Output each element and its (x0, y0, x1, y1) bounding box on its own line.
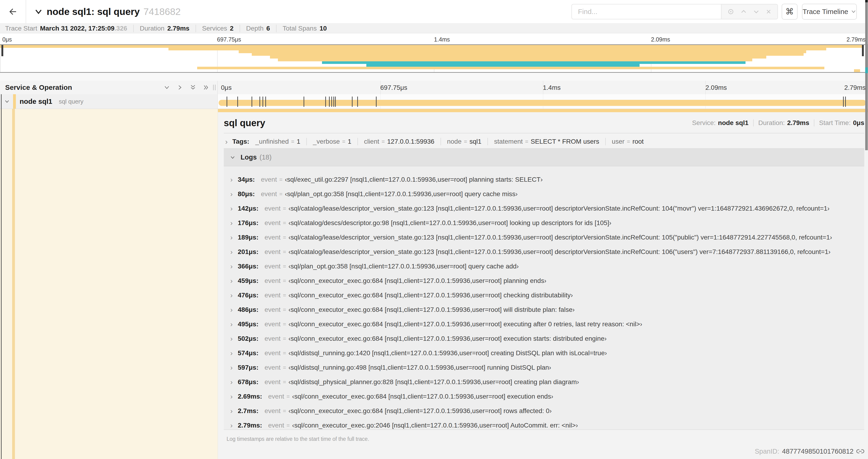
log-entry-row[interactable]: ›459μs:event=‹sql/conn_executor_exec.go:… (224, 273, 864, 288)
trace-meta-bar: Trace StartMarch 31 2022, 17:25:09.326Du… (0, 23, 868, 33)
minimap-axis-tick: 2.09ms (651, 36, 670, 43)
collapse-one-icon[interactable] (163, 84, 170, 91)
find-search-box[interactable] (571, 4, 721, 19)
command-icon: ⌘ (785, 7, 794, 17)
trace-meta-value: 6 (267, 25, 270, 32)
detail-meta-label: Service: (692, 119, 716, 127)
minimap-right-handle[interactable] (862, 45, 864, 56)
log-field-key: event (265, 321, 281, 328)
find-input[interactable] (572, 8, 721, 15)
span-color-accent (13, 94, 16, 109)
span-detail-area: sql query Service:node sql1Duration:2.79… (0, 109, 868, 459)
tag-equals: = (627, 138, 630, 145)
timeline-axis-tick: 697.75μs (380, 84, 407, 91)
trace-view-selector[interactable]: Trace Timeline (802, 4, 857, 20)
minimap-span-bar (366, 64, 640, 67)
timeline-axis-tick: 1.4ms (543, 84, 561, 91)
log-entry-row[interactable]: ›80μs:event=‹sql/plan_opt.go:358 [nsql1,… (224, 187, 864, 201)
log-entry-row[interactable]: ›176μs:event=‹sql/catalog/descs/descript… (224, 216, 864, 230)
log-timestamp: 486μs: (238, 306, 258, 314)
tag-item: client=127.0.0.1:59936 (364, 138, 434, 145)
log-timestamp: 189μs: (238, 234, 258, 241)
tag-equals: = (525, 138, 528, 145)
span-detail-header: sql query Service:node sql1Duration:2.79… (224, 114, 864, 131)
span-bar-cell[interactable] (218, 94, 868, 109)
log-entry-row[interactable]: ›189μs:event=‹sql/catalog/lease/descript… (224, 230, 864, 245)
trace-collapse-chevron-icon[interactable] (34, 9, 42, 15)
log-field-value: ‹sql/conn_executor_exec.go:684 [nsql1,cl… (288, 335, 607, 342)
trace-id: 7418682 (144, 6, 181, 17)
log-entry-row[interactable]: ›2.79ms:event=‹sql/conn_executor_exec.go… (224, 418, 864, 433)
log-marker-tick (335, 97, 336, 107)
log-entry-row[interactable]: ›502μs:event=‹sql/conn_executor_exec.go:… (224, 331, 864, 346)
span-duration-bar[interactable] (219, 100, 866, 106)
detail-meta-value: 0μs (853, 119, 864, 127)
log-entry-row[interactable]: ›366μs:event=‹sql/plan_opt.go:358 [nsql1… (224, 259, 864, 273)
span-id-label: SpanID: (755, 448, 779, 455)
log-entry-row[interactable]: ›574μs:event=‹sql/distsql_running.go:142… (224, 346, 864, 360)
back-button[interactable] (0, 0, 26, 23)
minimap-span-bar (252, 53, 804, 56)
trace-meta-label: Depth (246, 25, 264, 32)
span-row[interactable]: node sql1 sql query (0, 94, 868, 109)
chevron-right-icon: › (225, 137, 228, 146)
log-field-key: event (265, 248, 281, 256)
scrollbar-thumb[interactable] (865, 73, 868, 150)
log-marker-tick (329, 97, 330, 107)
span-collapse-chevron-icon[interactable] (4, 99, 10, 104)
log-equals: = (283, 263, 286, 270)
log-entry-row[interactable]: ›2.7ms:event=‹sql/conn_executor_exec.go:… (224, 404, 864, 418)
log-equals: = (286, 422, 290, 429)
tags-row[interactable]: › Tags: _unfinished=1_verbose=1client=12… (224, 135, 864, 149)
tag-value: sql1 (469, 138, 482, 145)
trace-meta-value: 10 (319, 25, 327, 32)
log-field-key: event (265, 292, 281, 299)
find-controls (721, 4, 778, 19)
minimap-left-handle[interactable] (1, 45, 3, 56)
tag-value: 127.0.0.1:59936 (387, 138, 434, 145)
span-name-cell[interactable]: node sql1 sql query (0, 94, 218, 109)
tag-equals: = (381, 138, 385, 145)
log-entry-row[interactable]: ›34μs:event=‹sql/exec_util.go:2297 [nsql… (224, 172, 864, 187)
log-equals: = (286, 393, 290, 400)
log-entry-row[interactable]: ›476μs:event=‹sql/conn_executor_exec.go:… (224, 288, 864, 302)
detail-meta-value: 2.79ms (787, 119, 809, 127)
tag-item: _verbose=1 (313, 138, 351, 145)
log-entry-row[interactable]: ›495μs:event=‹sql/conn_executor_exec.go:… (224, 317, 864, 331)
tag-separator (358, 138, 358, 145)
log-timestamp: 366μs: (238, 263, 258, 270)
log-entry-row[interactable]: ›201μs:event=‹sql/catalog/lease/descript… (224, 245, 864, 259)
scrollbar-thumb[interactable] (865, 2, 868, 67)
find-clear-icon[interactable] (765, 8, 772, 15)
chevron-right-icon: › (230, 378, 232, 386)
log-field-value: ‹sql/distsql_physical_planner.go:828 [ns… (288, 378, 579, 386)
trace-minimap[interactable] (0, 44, 868, 73)
log-field-key: event (265, 277, 281, 285)
log-field-key: event (265, 335, 281, 342)
logs-section-header[interactable]: Logs (18) (224, 148, 864, 166)
arrow-left-icon (8, 7, 18, 17)
column-resize-grip[interactable] (213, 85, 216, 90)
expand-all-icon[interactable] (203, 84, 209, 91)
span-detail-left-gutter (0, 109, 218, 459)
log-entry-row[interactable]: ›597μs:event=‹sql/distsql_running.go:498… (224, 360, 864, 375)
tag-value: 1 (297, 138, 301, 145)
top-bar: node sql1: sql query 7418682 ⌘ Trace Tim… (0, 0, 868, 23)
log-entry-row[interactable]: ›678μs:event=‹sql/distsql_physical_plann… (224, 375, 864, 389)
log-entry-row[interactable]: ›486μs:event=‹sql/conn_executor_exec.go:… (224, 302, 864, 317)
find-prev-icon[interactable] (740, 8, 747, 15)
keyboard-shortcuts-button[interactable]: ⌘ (782, 4, 798, 20)
locate-icon[interactable] (727, 8, 735, 15)
find-next-icon[interactable] (753, 8, 760, 15)
timeline-axis: 0μs697.75μs1.4ms2.09ms2.79ms (218, 81, 868, 94)
log-entry-row[interactable]: ›2.69ms:event=‹sql/conn_executor_exec.go… (224, 389, 864, 404)
minimap-spacer (0, 73, 868, 81)
log-entry-row[interactable]: ›142μs:event=‹sql/catalog/lease/descript… (224, 201, 864, 216)
page-scrollbar[interactable] (865, 0, 868, 459)
detail-meta-label: Duration: (758, 119, 785, 127)
expand-one-icon[interactable] (177, 84, 183, 91)
timeline-axis-tick: 2.09ms (705, 84, 727, 91)
link-icon[interactable] (856, 447, 864, 455)
collapse-all-icon[interactable] (190, 84, 196, 91)
detail-meta-separator (814, 120, 814, 126)
